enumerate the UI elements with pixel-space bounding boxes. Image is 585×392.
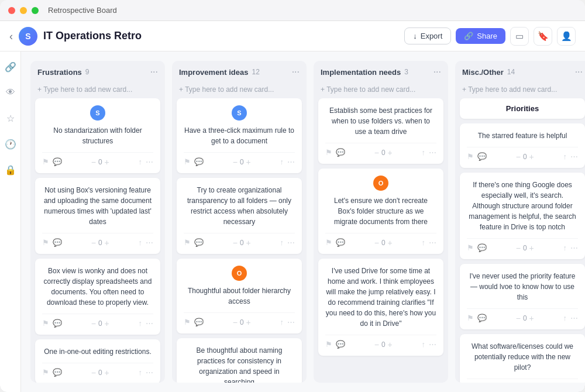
- maximize-button[interactable]: [32, 7, 39, 14]
- flag-icon[interactable]: ⚑: [467, 314, 474, 322]
- vote-plus[interactable]: +: [246, 239, 251, 247]
- comment-icon[interactable]: 💬: [53, 368, 62, 377]
- vote-plus[interactable]: +: [388, 341, 393, 349]
- flag-icon[interactable]: ⚑: [184, 238, 191, 247]
- vote-plus[interactable]: +: [246, 318, 251, 326]
- comment-icon[interactable]: 💬: [477, 152, 487, 161]
- upload-icon[interactable]: ↑: [422, 148, 426, 157]
- vote-minus[interactable]: −: [374, 239, 379, 247]
- more-icon[interactable]: ⋯: [146, 238, 153, 247]
- comment-icon[interactable]: 💬: [53, 238, 62, 247]
- flag-icon[interactable]: ⚑: [42, 238, 49, 247]
- upload-icon[interactable]: ↑: [139, 238, 143, 247]
- export-button[interactable]: ↓ Export: [404, 27, 451, 44]
- add-card-improvement[interactable]: + Type here to add new card...: [172, 82, 307, 98]
- more-icon[interactable]: ⋯: [429, 238, 436, 247]
- more-icon[interactable]: ⋯: [146, 368, 153, 377]
- upload-icon[interactable]: ↑: [280, 238, 284, 247]
- comment-icon[interactable]: 💬: [53, 319, 62, 328]
- user-icon-button[interactable]: 👤: [557, 27, 576, 46]
- flag-icon[interactable]: ⚑: [42, 319, 49, 328]
- flag-icon[interactable]: ⚑: [42, 157, 49, 166]
- minimize-button[interactable]: [20, 7, 27, 14]
- vote-plus[interactable]: +: [105, 369, 109, 377]
- vote-minus[interactable]: −: [516, 153, 521, 161]
- more-icon[interactable]: ⋯: [570, 152, 578, 161]
- flag-icon[interactable]: ⚑: [467, 243, 474, 252]
- flag-icon[interactable]: ⚑: [325, 148, 332, 157]
- upload-icon[interactable]: ↑: [139, 157, 143, 166]
- vote-minus[interactable]: −: [233, 239, 238, 247]
- upload-icon[interactable]: ↑: [139, 368, 143, 377]
- vote-plus[interactable]: +: [246, 158, 251, 166]
- vote-minus[interactable]: −: [516, 244, 521, 252]
- vote-minus[interactable]: −: [91, 319, 96, 328]
- vote-minus[interactable]: −: [91, 239, 96, 247]
- vote-minus[interactable]: −: [516, 314, 521, 322]
- more-icon[interactable]: ⋯: [287, 157, 295, 166]
- vote-plus[interactable]: +: [105, 239, 109, 247]
- vote-minus[interactable]: −: [91, 369, 96, 377]
- sidebar-lock-icon[interactable]: 🔒: [2, 161, 19, 178]
- more-icon[interactable]: ⋯: [146, 157, 153, 166]
- vote-minus[interactable]: −: [374, 341, 379, 349]
- more-icon[interactable]: ⋯: [570, 314, 578, 322]
- more-icon[interactable]: ⋯: [287, 238, 295, 247]
- vote-plus[interactable]: +: [529, 314, 534, 322]
- upload-icon[interactable]: ↑: [280, 318, 284, 326]
- sidebar-clock-icon[interactable]: 🕐: [2, 136, 19, 152]
- add-card-implementation[interactable]: + Type here to add new card...: [314, 82, 448, 98]
- flag-icon[interactable]: ⚑: [325, 340, 332, 349]
- upload-icon[interactable]: ↑: [563, 243, 567, 252]
- comment-icon[interactable]: 💬: [477, 243, 487, 252]
- column-menu-improvement[interactable]: ···: [292, 67, 300, 77]
- comment-icon[interactable]: 💬: [53, 157, 62, 166]
- vote-minus[interactable]: −: [233, 158, 238, 166]
- comment-icon[interactable]: 💬: [336, 238, 345, 247]
- column-menu-implementation[interactable]: ···: [433, 67, 441, 77]
- bookmark-icon-button[interactable]: 🔖: [534, 27, 552, 46]
- comment-icon[interactable]: 💬: [336, 340, 345, 349]
- more-icon[interactable]: ⋯: [146, 319, 153, 328]
- column-menu-misc[interactable]: ···: [575, 67, 583, 77]
- flag-icon[interactable]: ⚑: [325, 238, 332, 247]
- vote-plus[interactable]: +: [105, 319, 109, 328]
- sidebar-link-icon[interactable]: 🔗: [2, 59, 19, 75]
- flag-icon[interactable]: ⚑: [42, 368, 49, 377]
- vote-plus[interactable]: +: [529, 153, 534, 161]
- more-icon[interactable]: ⋯: [570, 243, 578, 252]
- comment-icon[interactable]: 💬: [194, 157, 204, 166]
- more-icon[interactable]: ⋯: [429, 340, 436, 349]
- flag-icon[interactable]: ⚑: [184, 318, 191, 326]
- vote-plus[interactable]: +: [388, 239, 393, 247]
- share-button[interactable]: 🔗 Share: [456, 28, 505, 44]
- vote-minus[interactable]: −: [91, 158, 96, 166]
- vote-plus[interactable]: +: [388, 149, 393, 157]
- upload-icon[interactable]: ↑: [280, 157, 284, 166]
- more-icon[interactable]: ⋯: [429, 148, 436, 157]
- comment-icon[interactable]: 💬: [336, 148, 345, 157]
- comment-icon[interactable]: 💬: [477, 314, 487, 322]
- sidebar-star-icon[interactable]: ☆: [2, 110, 19, 126]
- vote-plus[interactable]: +: [105, 158, 109, 166]
- flag-icon[interactable]: ⚑: [184, 157, 191, 166]
- add-card-misc[interactable]: + Type here to add new card...: [455, 82, 585, 98]
- upload-icon[interactable]: ↑: [563, 152, 567, 161]
- flag-icon[interactable]: ⚑: [467, 152, 474, 161]
- upload-icon[interactable]: ↑: [563, 314, 567, 322]
- comment-icon[interactable]: 💬: [194, 238, 204, 247]
- monitor-icon-button[interactable]: ▭: [510, 27, 529, 46]
- vote-minus[interactable]: −: [374, 149, 379, 157]
- sidebar-eye-icon[interactable]: 👁: [2, 84, 19, 101]
- vote-minus[interactable]: −: [233, 318, 238, 326]
- back-button[interactable]: ‹: [9, 31, 13, 42]
- comment-icon[interactable]: 💬: [194, 318, 204, 326]
- upload-icon[interactable]: ↑: [422, 238, 426, 247]
- vote-plus[interactable]: +: [529, 244, 534, 252]
- more-icon[interactable]: ⋯: [287, 318, 295, 326]
- upload-icon[interactable]: ↑: [422, 340, 426, 349]
- close-button[interactable]: [8, 7, 15, 14]
- column-menu-frustrations[interactable]: ···: [150, 67, 158, 77]
- upload-icon[interactable]: ↑: [139, 319, 143, 328]
- add-card-frustrations[interactable]: + Type here to add new card...: [30, 82, 165, 98]
